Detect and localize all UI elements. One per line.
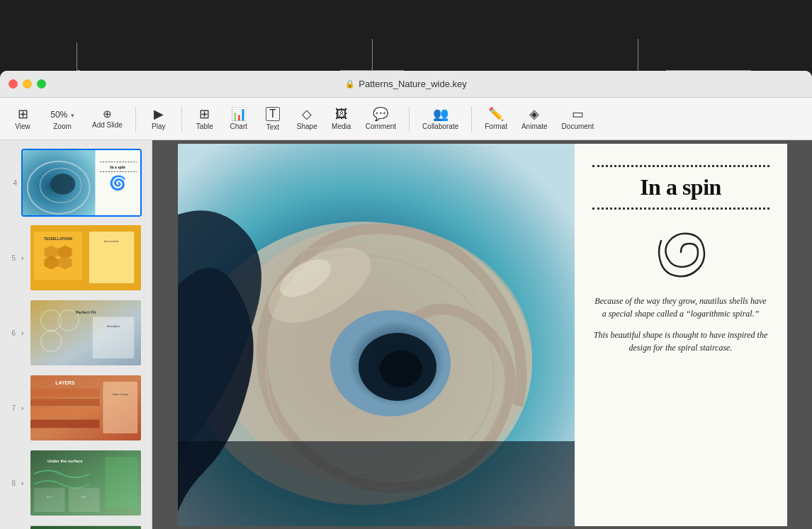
- comment-button[interactable]: 💬 Comment: [360, 105, 402, 133]
- slide-thumbnail[interactable]: Under the surface text text: [29, 449, 142, 517]
- review-line-v: [638, 39, 638, 71]
- format-icon: ✏️: [488, 108, 504, 120]
- separator-2: [181, 106, 182, 132]
- zoom-button[interactable]: 50% ▾ Zoom: [41, 105, 84, 133]
- text-button[interactable]: T Text: [257, 104, 288, 134]
- shape-button[interactable]: ◇ Shape: [291, 105, 323, 133]
- play-icon: ▶: [154, 108, 164, 120]
- slide4-svg: In a spin 🌀: [23, 150, 140, 215]
- main-window: 🔒 Patterns_Nature_wide.key ⊞ View 50% ▾ …: [0, 71, 812, 529]
- main-content: 4: [0, 140, 812, 529]
- svg-text:In a spin: In a spin: [110, 165, 126, 169]
- chevron-icon: ›: [21, 329, 23, 337]
- slide-thumb-inner: In a spin 🌀: [23, 150, 140, 215]
- minimize-button[interactable]: [23, 79, 32, 89]
- collaborate-button[interactable]: 👥 Collaborate: [417, 105, 464, 133]
- separator-1: [135, 106, 136, 132]
- chart-icon: 📊: [231, 108, 247, 120]
- chevron-icon: ›: [21, 254, 23, 262]
- slide-item[interactable]: › Under the surfa: [0, 446, 152, 520]
- slide-item[interactable]: ›: [0, 296, 152, 370]
- comment-icon: 💬: [373, 108, 388, 120]
- slide-number-6: 6: [4, 329, 16, 337]
- slide-content-area: In a spin Because of the way they grow, …: [575, 144, 787, 526]
- svg-rect-28: [30, 408, 100, 418]
- slide-item[interactable]: ›: [0, 371, 152, 445]
- svg-text:text: text: [81, 495, 86, 499]
- slide-thumbnail[interactable]: In a spin 🌀: [21, 149, 142, 217]
- media-button[interactable]: 🖼 Media: [326, 105, 357, 133]
- slide-thumb-inner: FRACTALS Fractal patterns: [30, 525, 141, 529]
- slide6-svg: Perfect Fit description: [30, 300, 141, 365]
- svg-point-3: [50, 174, 75, 194]
- slide-panel[interactable]: 4: [0, 140, 152, 529]
- document-icon: ▭: [572, 108, 584, 120]
- svg-rect-52: [178, 441, 575, 526]
- media-icon: 🖼: [335, 108, 348, 120]
- animate-icon: ◈: [529, 108, 539, 120]
- zoom-label: Zoom: [53, 123, 72, 130]
- play-button[interactable]: ▶ Play: [143, 105, 174, 133]
- animate-label: Animate: [521, 123, 548, 130]
- play-label: Play: [152, 123, 165, 130]
- view-button[interactable]: ⊞ View: [7, 105, 38, 133]
- document-button[interactable]: ▭ Document: [556, 105, 600, 133]
- zoom-chevron-icon: ▾: [71, 112, 74, 119]
- add-slide-label: Add Slide: [92, 121, 123, 129]
- add-slide-button[interactable]: ⊕ Add Slide: [86, 106, 128, 132]
- view-icon: ⊞: [18, 108, 28, 120]
- review-annotation: Peržiūrėkite formato ir animacijos parin…: [560, 1, 716, 25]
- drag-annotation: Vilkite norėdami pertvarkyti skaidres.: [21, 4, 135, 28]
- slide-thumbnail[interactable]: LAYERS Layer is easy: [29, 374, 142, 442]
- nautilus-image-svg: [178, 144, 575, 526]
- titlebar: 🔒 Patterns_Nature_wide.key: [0, 71, 812, 98]
- format-label: Format: [485, 123, 507, 130]
- svg-rect-23: [93, 317, 135, 359]
- zoom-value: 50%: [50, 110, 67, 120]
- slide-thumb-inner: LAYERS Layer is easy: [30, 375, 141, 440]
- slide7-svg: LAYERS Layer is easy: [30, 375, 141, 440]
- table-button[interactable]: ⊞ Table: [189, 105, 220, 133]
- slide-thumbnail[interactable]: Perfect Fit description: [29, 299, 142, 367]
- chevron-icon: ›: [21, 404, 23, 412]
- slide-item[interactable]: 4: [0, 146, 152, 220]
- filename-label: Patterns_Nature_wide.key: [359, 79, 466, 89]
- slide-thumbnail[interactable]: TESSELLATIONS text content: [29, 224, 142, 292]
- slide-item[interactable]: › FRACTALS: [0, 521, 152, 529]
- animate-button[interactable]: ◈ Animate: [516, 105, 553, 133]
- slide-item[interactable]: › TESSELLATIONS: [0, 221, 152, 295]
- slide-thumb-inner: TESSELLATIONS text content: [30, 225, 141, 290]
- spiral-icon: [653, 224, 709, 280]
- maximize-button[interactable]: [37, 79, 46, 89]
- comment-label: Comment: [366, 123, 396, 130]
- collaborate-icon: 👥: [433, 108, 449, 120]
- drag-line-v: [77, 42, 77, 71]
- slide8-svg: Under the surface text text: [30, 450, 141, 516]
- toolbar: ⊞ View 50% ▾ Zoom ⊕ Add Slide ▶ Play ⊞ T…: [0, 98, 812, 140]
- chart-button[interactable]: 📊 Chart: [223, 105, 254, 133]
- slide-number: 4: [6, 179, 17, 187]
- chevron-icon: ›: [21, 479, 23, 487]
- svg-rect-29: [30, 420, 100, 428]
- svg-rect-27: [30, 399, 100, 406]
- close-button[interactable]: [9, 79, 18, 89]
- slide9-svg: FRACTALS Fractal patterns: [30, 525, 141, 529]
- svg-rect-31: [103, 382, 138, 433]
- collaborate-label: Collaborate: [422, 123, 458, 130]
- shape-label: Shape: [297, 123, 317, 130]
- table-label: Table: [196, 123, 213, 130]
- slide-image-area: [178, 144, 575, 526]
- svg-text:Layer is easy: Layer is easy: [113, 392, 129, 396]
- format-button[interactable]: ✏️ Format: [479, 105, 513, 133]
- slide5-svg: TESSELLATIONS text content: [30, 225, 141, 290]
- media-label: Media: [332, 123, 351, 130]
- dots-divider-top: [592, 165, 769, 167]
- document-label: Document: [562, 123, 594, 130]
- slide-thumbnail[interactable]: FRACTALS Fractal patterns: [29, 524, 142, 529]
- svg-text:description: description: [107, 324, 120, 328]
- slide-number-7: 7: [4, 404, 16, 412]
- slide-thumb-inner: Perfect Fit description: [30, 300, 141, 365]
- canvas-area: In a spin Because of the way they grow, …: [152, 140, 812, 529]
- svg-text:Perfect Fit: Perfect Fit: [76, 310, 96, 314]
- svg-text:🌀: 🌀: [109, 174, 127, 191]
